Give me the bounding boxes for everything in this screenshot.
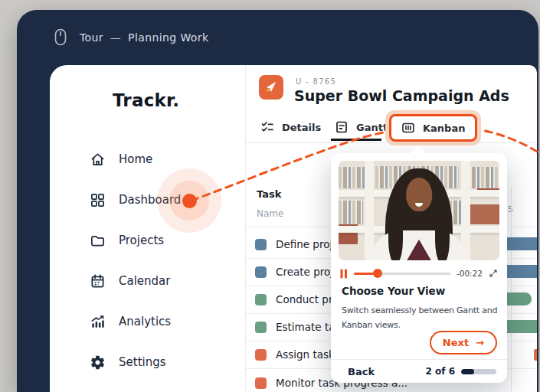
- sidebar-item-settings[interactable]: Settings: [90, 353, 245, 371]
- bookshelf-books: [467, 167, 499, 189]
- step-progress-fill: [461, 369, 474, 374]
- hotspot-dot: [182, 194, 197, 208]
- tab-label: Gantt: [356, 122, 388, 133]
- back-button[interactable]: Back: [348, 366, 375, 377]
- tab-details[interactable]: Details: [260, 120, 321, 134]
- tour-hotspot-dot[interactable]: [157, 168, 221, 233]
- step-label: 2 of 6: [425, 366, 455, 377]
- shelf-pillar: [365, 161, 375, 260]
- pause-icon[interactable]: [340, 269, 348, 279]
- popup-heading: Choose Your View: [342, 285, 445, 297]
- tab-kanban-highlight[interactable]: Kanban: [385, 110, 481, 145]
- tab-label: Kanban: [423, 122, 465, 134]
- bookshelf-books: [339, 167, 365, 189]
- task-color-swatch: [255, 266, 267, 278]
- presenter-face: [406, 178, 432, 211]
- step-progress-track: [461, 369, 496, 374]
- sidebar-label: Calendar: [119, 274, 170, 288]
- popup-body: Switch seamlessly between Gantt and Kanb…: [342, 303, 501, 333]
- projects-folder-icon: [90, 233, 106, 249]
- tour-topbar: Tour — Planning Work: [52, 10, 209, 65]
- sidebar-label: Home: [119, 152, 152, 166]
- dashboard-icon: [90, 192, 106, 208]
- video-progress-track[interactable]: [354, 273, 450, 275]
- expand-icon[interactable]: [489, 269, 498, 278]
- task-color-swatch: [255, 239, 267, 250]
- presenter-video: [339, 161, 499, 260]
- bookshelf-books: [339, 201, 363, 224]
- gantt-doc-icon: [335, 120, 349, 134]
- video-progress-fill: [354, 273, 378, 275]
- sidebar-item-projects[interactable]: Projects: [90, 231, 245, 250]
- tour-popup: -00:22 Choose Your View Switch seamlessl…: [331, 153, 507, 383]
- task-color-swatch: [255, 349, 267, 361]
- sidebar-item-home[interactable]: Home: [90, 150, 245, 168]
- arrow-right-icon: →: [476, 337, 484, 348]
- gantt-bar: [534, 349, 537, 361]
- active-tab-underline: [331, 139, 381, 141]
- task-color-swatch: [255, 377, 267, 389]
- brick-wall: [467, 204, 499, 224]
- sidebar-label: Analytics: [119, 315, 171, 328]
- table-column-header: Name: [257, 208, 283, 219]
- rocket-icon: [259, 75, 283, 100]
- details-checklist-icon: [260, 120, 274, 134]
- sidebar-item-calendar[interactable]: Calendar: [90, 272, 245, 290]
- task-color-swatch: [255, 294, 267, 305]
- tour-title: Tour — Planning Work: [80, 31, 209, 44]
- popup-footer: Back 2 of 6: [331, 359, 507, 383]
- app-logo: Trackr.: [113, 90, 245, 113]
- table-group-header: Task: [257, 188, 281, 200]
- next-label: Next: [443, 337, 469, 348]
- ticket-id: U - 8765: [296, 77, 336, 86]
- kanban-columns-icon: [401, 121, 415, 135]
- video-controls: -00:22: [340, 266, 498, 280]
- home-icon: [90, 152, 106, 168]
- sidebar-label: Settings: [119, 355, 166, 369]
- time-remaining: -00:22: [457, 269, 483, 278]
- settings-gear-icon: [90, 354, 106, 371]
- mouse-icon: [52, 28, 69, 47]
- video-progress-knob[interactable]: [373, 269, 382, 278]
- sidebar-item-analytics[interactable]: Analytics: [90, 312, 245, 331]
- analytics-icon: [90, 314, 106, 330]
- task-color-swatch: [255, 322, 267, 333]
- presenter-hair-strand: [435, 203, 450, 260]
- tab-gantt[interactable]: Gantt: [335, 120, 388, 134]
- next-button[interactable]: Next →: [430, 331, 497, 354]
- tab-label: Details: [282, 122, 321, 133]
- tab-kanban[interactable]: Kanban: [389, 114, 477, 142]
- sidebar-label: Projects: [119, 234, 164, 247]
- popup-body-line: Switch seamlessly between Gantt and: [342, 303, 501, 318]
- page-title: Super Bowl Campaign Ads: [294, 87, 509, 104]
- step-indicator: 2 of 6: [425, 366, 496, 377]
- presenter-hair-strand: [388, 203, 403, 260]
- calendar-icon: [90, 273, 106, 289]
